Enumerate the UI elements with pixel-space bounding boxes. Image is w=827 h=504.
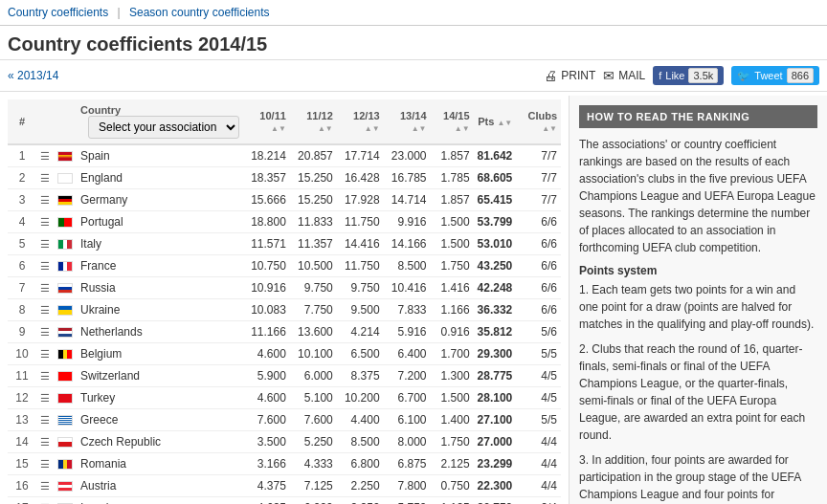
col-1011-val: 5.900 bbox=[243, 365, 290, 387]
col-1011-val: 4.625 bbox=[243, 497, 290, 505]
col-1415-val: 1.500 bbox=[431, 233, 474, 255]
pts-val: 35.812 bbox=[474, 321, 517, 343]
clubs-val: 2/4 bbox=[516, 497, 561, 505]
table-row: 8 ☰ Ukraine 10.083 7.750 9.500 7.833 1.1… bbox=[8, 299, 561, 321]
nav-country-coefficients[interactable]: Country coefficients bbox=[8, 6, 108, 19]
info-panel: HOW TO READ THE RANKING The associations… bbox=[569, 96, 827, 504]
col-pts[interactable]: Pts ▲▼ bbox=[474, 99, 517, 144]
table-row: 6 ☰ France 10.750 10.500 11.750 8.500 1.… bbox=[8, 255, 561, 277]
col-1213[interactable]: 12/13 ▲▼ bbox=[337, 99, 384, 144]
table-row: 10 ☰ Belgium 4.600 10.100 6.500 6.400 1.… bbox=[8, 343, 561, 365]
nav-season-country-coefficients[interactable]: Season country coefficients bbox=[129, 6, 270, 19]
association-select[interactable]: Select your association bbox=[88, 116, 239, 139]
menu-cell[interactable]: ☰ bbox=[36, 387, 54, 409]
clubs-val: 4/4 bbox=[516, 453, 561, 475]
country-name: Italy bbox=[77, 233, 243, 255]
col-1314-val: 8.000 bbox=[384, 431, 431, 453]
tweet-count: 866 bbox=[787, 68, 814, 83]
col-1011-val: 10.083 bbox=[243, 299, 290, 321]
menu-cell[interactable]: ☰ bbox=[36, 144, 54, 167]
col-1415-val: 1.500 bbox=[431, 211, 474, 233]
menu-cell[interactable]: ☰ bbox=[36, 299, 54, 321]
country-name: Greece bbox=[77, 409, 243, 431]
menu-cell[interactable]: ☰ bbox=[36, 321, 54, 343]
col-1314-val: 23.000 bbox=[384, 144, 431, 167]
menu-cell[interactable]: ☰ bbox=[36, 453, 54, 475]
col-1112-val: 4.333 bbox=[290, 453, 337, 475]
rank-cell: 4 bbox=[8, 211, 36, 233]
tweet-button[interactable]: 🐦 Tweet 866 bbox=[731, 66, 819, 85]
pts-val: 36.332 bbox=[474, 299, 517, 321]
col-1314[interactable]: 13/14 ▲▼ bbox=[384, 99, 431, 144]
col-1011[interactable]: 10/11 ▲▼ bbox=[243, 99, 290, 144]
table-row: 13 ☰ Greece 7.600 7.600 4.400 6.100 1.40… bbox=[8, 409, 561, 431]
point2: 2. Clubs that reach the round of 16, qua… bbox=[579, 340, 817, 444]
col-1314-val: 8.500 bbox=[384, 255, 431, 277]
menu-cell[interactable]: ☰ bbox=[36, 365, 54, 387]
menu-cell[interactable]: ☰ bbox=[36, 233, 54, 255]
pts-val: 42.248 bbox=[474, 277, 517, 299]
facebook-like-button[interactable]: f Like 3.5k bbox=[653, 66, 724, 85]
menu-cell[interactable]: ☰ bbox=[36, 475, 54, 497]
flag-cell bbox=[54, 144, 77, 167]
rank-cell: 3 bbox=[8, 189, 36, 211]
rank-cell: 9 bbox=[8, 321, 36, 343]
pts-val: 53.799 bbox=[474, 211, 517, 233]
col-1415-val: 1.300 bbox=[431, 365, 474, 387]
col-1314-val: 6.100 bbox=[384, 409, 431, 431]
menu-cell[interactable]: ☰ bbox=[36, 431, 54, 453]
country-name: Belgium bbox=[77, 343, 243, 365]
col-1415-val: 0.916 bbox=[431, 321, 474, 343]
table-row: 17 ☰ Israel 4.625 6.000 3.250 5.750 1.12… bbox=[8, 497, 561, 505]
col-1415[interactable]: 14/15 ▲▼ bbox=[431, 99, 474, 144]
pts-val: 28.775 bbox=[474, 365, 517, 387]
clubs-val: 6/6 bbox=[516, 255, 561, 277]
clubs-val: 5/5 bbox=[516, 343, 561, 365]
menu-cell[interactable]: ☰ bbox=[36, 497, 54, 505]
col-1213-val: 16.428 bbox=[337, 167, 384, 189]
col-1112-val: 6.000 bbox=[290, 497, 337, 505]
col-1213-val: 11.750 bbox=[337, 211, 384, 233]
flag-cell bbox=[54, 189, 77, 211]
col-1112-val: 20.857 bbox=[290, 144, 337, 167]
menu-cell[interactable]: ☰ bbox=[36, 167, 54, 189]
col-1011-val: 18.357 bbox=[243, 167, 290, 189]
fb-icon: f bbox=[659, 70, 661, 81]
menu-cell[interactable]: ☰ bbox=[36, 343, 54, 365]
prev-season-link[interactable]: « 2013/14 bbox=[8, 69, 58, 82]
print-button[interactable]: 🖨 PRINT bbox=[544, 68, 595, 83]
print-icon: 🖨 bbox=[544, 68, 557, 83]
country-name: Romania bbox=[77, 453, 243, 475]
col-1415-val: 0.750 bbox=[431, 475, 474, 497]
flag-cell bbox=[54, 431, 77, 453]
pts-val: 27.000 bbox=[474, 431, 517, 453]
col-1415-val: 1.750 bbox=[431, 431, 474, 453]
flag-cell bbox=[54, 475, 77, 497]
col-1213-val: 10.200 bbox=[337, 387, 384, 409]
menu-cell[interactable]: ☰ bbox=[36, 255, 54, 277]
rank-cell: 8 bbox=[8, 299, 36, 321]
pts-val: 81.642 bbox=[474, 144, 517, 167]
flag-cell bbox=[54, 497, 77, 505]
clubs-val: 7/7 bbox=[516, 144, 561, 167]
menu-cell[interactable]: ☰ bbox=[36, 211, 54, 233]
flag-cell bbox=[54, 167, 77, 189]
col-1112-val: 10.100 bbox=[290, 343, 337, 365]
col-1112-val: 11.833 bbox=[290, 211, 337, 233]
col-1213-val: 14.416 bbox=[337, 233, 384, 255]
rank-cell: 14 bbox=[8, 431, 36, 453]
menu-cell[interactable]: ☰ bbox=[36, 277, 54, 299]
col-clubs[interactable]: Clubs ▲▼ bbox=[516, 99, 561, 144]
col-1415-val: 1.785 bbox=[431, 167, 474, 189]
nav-separator: | bbox=[118, 6, 121, 19]
menu-cell[interactable]: ☰ bbox=[36, 409, 54, 431]
menu-cell[interactable]: ☰ bbox=[36, 189, 54, 211]
clubs-val: 4/5 bbox=[516, 365, 561, 387]
country-name: Russia bbox=[77, 277, 243, 299]
mail-button[interactable]: ✉ MAIL bbox=[603, 68, 645, 83]
clubs-val: 5/5 bbox=[516, 409, 561, 431]
col-country[interactable]: Country Select your association bbox=[77, 99, 243, 144]
table-row: 14 ☰ Czech Republic 3.500 5.250 8.500 8.… bbox=[8, 431, 561, 453]
col-1112[interactable]: 11/12 ▲▼ bbox=[290, 99, 337, 144]
col-1011-val: 18.214 bbox=[243, 144, 290, 167]
